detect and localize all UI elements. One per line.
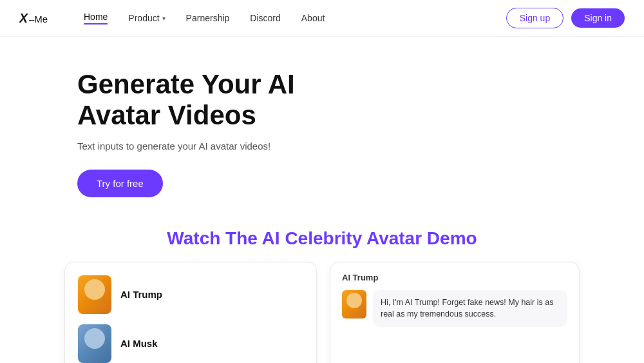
demo-section-title-wrap: Watch The AI Celebrity Avatar Demo <box>0 217 644 262</box>
chat-trump-avatar <box>342 290 366 319</box>
musk-avatar <box>78 324 111 363</box>
signup-button[interactable]: Sign up <box>506 8 564 28</box>
nav-about[interactable]: About <box>301 13 325 23</box>
hero-right <box>361 101 567 165</box>
soundwave-graphic <box>393 101 535 165</box>
hero-section: Generate Your AI Avatar Videos Text inpu… <box>0 37 644 217</box>
list-item[interactable]: AI Musk <box>78 324 303 363</box>
nav-product[interactable]: Product ▾ <box>128 13 165 23</box>
logo[interactable]: X –Me <box>19 9 58 27</box>
try-free-button[interactable]: Try for free <box>77 170 163 197</box>
chat-card: AI Trump Hi, I'm AI Trump! Forget fake n… <box>330 262 580 363</box>
chat-bubble: Hi, I'm AI Trump! Forget fake news! My h… <box>373 290 567 328</box>
nav-home[interactable]: Home <box>84 12 108 25</box>
product-dropdown-icon: ▾ <box>162 15 166 22</box>
nav-parnership[interactable]: Parnership <box>186 13 230 23</box>
nav-buttons: Sign up Sign in <box>506 8 625 28</box>
hero-left: Generate Your AI Avatar Videos Text inpu… <box>77 69 361 197</box>
nav-links: Home Product ▾ Parnership Discord About <box>84 12 506 25</box>
avatar-list-card: AI Trump AI Musk <box>64 262 317 363</box>
demo-section-title: Watch The AI Celebrity Avatar Demo <box>0 228 644 249</box>
signin-button[interactable]: Sign in <box>571 8 625 28</box>
chat-message: Hi, I'm AI Trump! Forget fake news! My h… <box>342 290 567 328</box>
hero-subtitle: Text inputs to generate your AI avatar v… <box>77 141 361 152</box>
chat-card-header: AI Trump <box>342 273 567 282</box>
trump-name: AI Trump <box>120 289 162 300</box>
musk-name: AI Musk <box>120 338 158 349</box>
svg-text:X: X <box>19 11 28 25</box>
demo-cards: AI Trump AI Musk AI Trump Hi, I'm AI Tru… <box>0 262 644 363</box>
nav-discord[interactable]: Discord <box>250 13 280 23</box>
navbar: X –Me Home Product ▾ Parnership Discord … <box>0 0 644 37</box>
svg-text:–Me: –Me <box>29 14 48 25</box>
list-item[interactable]: AI Trump <box>78 275 303 314</box>
trump-avatar <box>78 275 111 314</box>
hero-title: Generate Your AI Avatar Videos <box>77 69 361 132</box>
